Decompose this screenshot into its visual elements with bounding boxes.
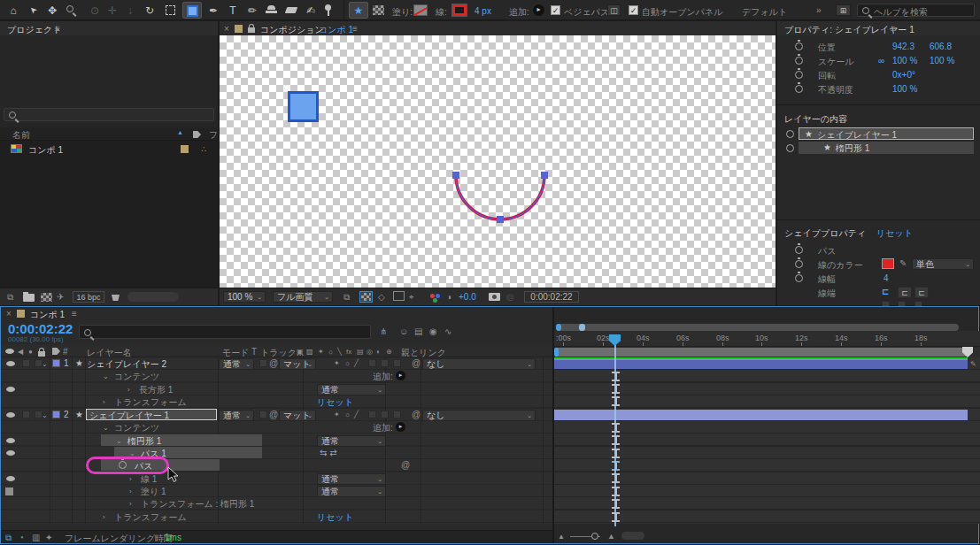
clone-stamp-tool[interactable] bbox=[262, 2, 282, 19]
orbit-tool[interactable]: ⊙ bbox=[85, 2, 104, 19]
twirl-icon[interactable]: › bbox=[129, 487, 132, 495]
stopwatch-icon[interactable] bbox=[795, 246, 803, 254]
group-row-path1[interactable]: ⌄ パス 1 ⇆ ⇄ bbox=[1, 447, 552, 459]
roto-brush-tool[interactable]: ✍ bbox=[301, 2, 320, 19]
group-name[interactable]: トランスフォーム bbox=[114, 396, 187, 409]
selection-tool[interactable]: ➤ bbox=[23, 2, 42, 19]
blend-mode-dropdown[interactable]: 通常⌄ bbox=[317, 435, 386, 447]
layer-bar-2[interactable] bbox=[554, 410, 968, 420]
new-folder-icon[interactable] bbox=[23, 294, 35, 302]
group-name[interactable]: 楕円形 1 bbox=[127, 435, 161, 448]
auto-open-panels-checkbox[interactable]: ✓ bbox=[629, 5, 638, 15]
twirl-icon[interactable]: › bbox=[103, 398, 105, 406]
twirl-icon[interactable]: › bbox=[129, 475, 132, 483]
quality-icon[interactable]: ✦ bbox=[334, 411, 340, 418]
interpret-footage-icon[interactable]: ⧉ bbox=[7, 292, 13, 303]
blue-square-shape[interactable] bbox=[288, 91, 319, 122]
group-row-transform-ellipse[interactable]: › トランスフォーム : 楕円形 1 bbox=[1, 497, 552, 510]
stroke-swatch[interactable] bbox=[452, 4, 467, 16]
exposure-value[interactable]: +0.0 bbox=[459, 292, 476, 302]
pick-whip-icon[interactable]: @ bbox=[269, 410, 278, 419]
group-name[interactable]: 塗り 1 bbox=[141, 486, 166, 498]
workspace-name[interactable]: デフォルト bbox=[742, 6, 787, 19]
panel-toggle-button[interactable]: ◫ bbox=[607, 4, 621, 16]
bpc-button[interactable]: 16 bpc bbox=[73, 291, 104, 303]
snapshot-icon[interactable] bbox=[489, 293, 500, 301]
group-name[interactable]: トランスフォーム bbox=[114, 511, 187, 524]
parent-dropdown[interactable]: なし⌄ bbox=[422, 410, 536, 421]
playhead-line[interactable] bbox=[614, 345, 616, 526]
twirl-icon[interactable]: ⌄ bbox=[42, 411, 48, 419]
group-row-ellipse[interactable]: ⌄ 楕円形 1 通常⌄ bbox=[1, 434, 552, 447]
quality-icon[interactable]: ✦ bbox=[334, 359, 340, 367]
toggle-switches-icon[interactable]: ⧉ bbox=[5, 533, 12, 543]
tab-composition-label[interactable]: コンポジション bbox=[260, 24, 324, 36]
label-color-swatch[interactable] bbox=[52, 411, 60, 418]
pick-whip-icon[interactable]: @ bbox=[412, 358, 421, 368]
tab-project[interactable]: プロジェクト bbox=[7, 24, 61, 36]
blend-mode-dropdown[interactable]: 通常⌄ bbox=[317, 384, 386, 395]
label-color-swatch[interactable] bbox=[52, 359, 60, 367]
shy-layers-icon[interactable]: ☺ bbox=[399, 326, 408, 336]
eye-icon[interactable] bbox=[6, 450, 15, 456]
path-vertex-handle[interactable] bbox=[497, 216, 504, 223]
horizontal-scrollbar[interactable] bbox=[621, 532, 644, 540]
rotation-tool[interactable]: ↻ bbox=[140, 2, 159, 19]
dolly-tool[interactable]: ↓ bbox=[120, 2, 140, 19]
twirl-icon[interactable]: › bbox=[129, 500, 132, 508]
time-navigator-scrollbar[interactable] bbox=[556, 324, 959, 331]
toggle-inout-icon[interactable]: ▥ bbox=[32, 533, 40, 542]
pick-whip-icon[interactable]: @ bbox=[412, 410, 421, 419]
column-name[interactable]: 名前 bbox=[12, 129, 30, 142]
mask-visibility-icon[interactable]: ◇ bbox=[378, 292, 385, 302]
puppet-pin-tool[interactable] bbox=[319, 2, 338, 19]
label-color-swatch[interactable] bbox=[181, 145, 189, 153]
stopwatch-icon[interactable] bbox=[795, 260, 803, 268]
column-t[interactable]: T bbox=[251, 347, 257, 357]
pan-camera-tool[interactable]: ✛ bbox=[103, 2, 122, 19]
motion-blur-icon[interactable]: ◉ bbox=[429, 326, 437, 336]
panel-menu-icon[interactable]: ≡ bbox=[72, 309, 77, 319]
group-name[interactable]: 線 1 bbox=[141, 473, 157, 486]
quality-slash-icon[interactable]: ╱ bbox=[354, 359, 359, 367]
collapse-icon[interactable]: ☼ bbox=[344, 411, 351, 418]
list-item[interactable]: コンポ 1 ∴ bbox=[0, 142, 218, 156]
path-direction-icons[interactable]: ⇆ ⇄ bbox=[320, 448, 337, 457]
help-search-input[interactable]: ヘルプを検索 bbox=[857, 4, 975, 17]
panel-menu-icon[interactable]: ≡ bbox=[891, 24, 896, 34]
bezier-path-checkbox[interactable]: ✓ bbox=[551, 5, 560, 15]
group-name[interactable]: トランスフォーム : 楕円形 1 bbox=[141, 498, 254, 510]
add-menu-button[interactable]: ▸ bbox=[396, 371, 405, 380]
stopwatch-icon[interactable] bbox=[795, 85, 803, 93]
project-search-input[interactable] bbox=[4, 108, 214, 121]
twirl-icon[interactable]: ⌄ bbox=[42, 360, 48, 368]
exposure-icon[interactable]: ◑ bbox=[446, 292, 451, 302]
butt-cap-button[interactable]: ⊏ bbox=[882, 287, 889, 296]
zoom-tool[interactable] bbox=[62, 2, 81, 19]
pan-behind-tool[interactable] bbox=[161, 2, 181, 19]
timeline-zoom-knob[interactable] bbox=[591, 533, 598, 540]
workspace-overflow-button[interactable]: » bbox=[816, 5, 822, 15]
arc-path-shape[interactable] bbox=[447, 165, 553, 228]
group-name[interactable]: 長方形 1 bbox=[139, 384, 173, 396]
stopwatch-icon[interactable] bbox=[795, 274, 803, 282]
group-row-fill[interactable]: › 塗り 1 通常⌄ bbox=[1, 485, 552, 497]
mode-dropdown[interactable]: 通常⌄ bbox=[219, 358, 254, 370]
parent-dropdown[interactable]: なし⌄ bbox=[422, 358, 536, 370]
choose-layout-icon[interactable]: ⧉ bbox=[343, 292, 350, 303]
panel-menu-icon[interactable]: ≡ bbox=[55, 24, 60, 34]
navigator-start-handle[interactable] bbox=[556, 324, 561, 331]
work-area-track[interactable] bbox=[554, 347, 980, 357]
graph-editor-icon[interactable]: ∿ bbox=[444, 326, 451, 336]
composition-canvas[interactable] bbox=[220, 35, 776, 288]
current-timecode[interactable]: 0:00:02:22 bbox=[8, 321, 73, 336]
selected-layer-box[interactable]: ★ シェイプレイヤー 1 bbox=[799, 127, 974, 140]
group-row-transform[interactable]: › トランスフォーム リセット bbox=[1, 510, 552, 523]
eye-icon[interactable] bbox=[786, 144, 794, 152]
eye-icon[interactable] bbox=[786, 130, 794, 138]
content-sublayer-box[interactable]: ★ 楕円形 1 bbox=[799, 142, 974, 154]
content-layer-row[interactable]: ★ 楕円形 1 bbox=[777, 142, 980, 155]
tab-comp-name[interactable]: コンポ 1 bbox=[30, 309, 65, 321]
frame-blend-icon[interactable]: ▤ bbox=[414, 326, 422, 336]
collapse-icon[interactable]: ☼ bbox=[344, 359, 351, 367]
